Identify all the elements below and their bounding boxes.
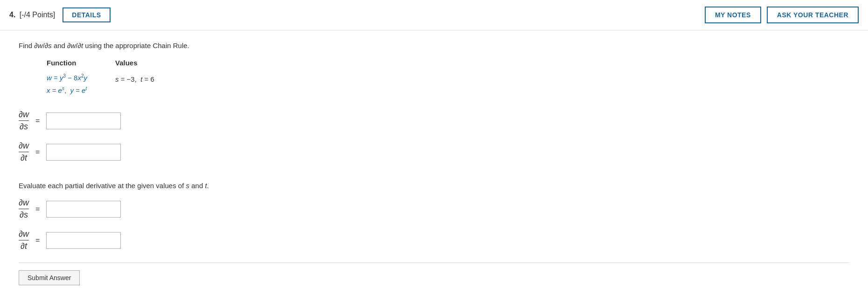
dw-ds-denominator: ∂s bbox=[20, 121, 28, 132]
points-label: [-/4 Points] bbox=[20, 11, 55, 19]
dw-dt-input[interactable] bbox=[46, 144, 121, 161]
dw-ds-row: ∂w ∂s = bbox=[19, 110, 849, 132]
values-header: Values bbox=[115, 59, 154, 67]
dw-ds-numerator: ∂w bbox=[19, 110, 29, 120]
dw-dt-numerator: ∂w bbox=[19, 141, 29, 152]
values-text: s = −3, t = 6 bbox=[115, 71, 154, 87]
equals-1: = bbox=[35, 117, 40, 125]
function-header: Function bbox=[47, 59, 87, 67]
question-number: 4. [-/4 Points] bbox=[9, 11, 55, 19]
function-column: Function w = y3 − 8x2y x = es, y = et bbox=[47, 59, 87, 97]
equals-4: = bbox=[35, 236, 40, 245]
instruction-text: Find ∂w/∂s and ∂w/∂t using the appropria… bbox=[19, 42, 849, 49]
my-notes-button[interactable]: MY NOTES bbox=[705, 7, 761, 23]
dw-dt-eval-fraction: ∂w ∂t bbox=[19, 229, 29, 251]
dw-ds-eval-fraction: ∂w ∂s bbox=[19, 198, 29, 220]
dw-dt-eval-denominator: ∂t bbox=[21, 240, 27, 251]
dw-ds-input[interactable] bbox=[46, 113, 121, 129]
dw-dt-eval-input[interactable] bbox=[46, 232, 121, 249]
details-button[interactable]: DETAILS bbox=[62, 7, 110, 22]
equals-2: = bbox=[35, 148, 40, 156]
dw-ds-eval-row: ∂w ∂s = bbox=[19, 198, 849, 220]
header-left: 4. [-/4 Points] DETAILS bbox=[9, 7, 111, 22]
dw-ds-eval-denominator: ∂s bbox=[20, 209, 28, 220]
values-column: Values s = −3, t = 6 bbox=[115, 59, 154, 97]
function-text: w = y3 − 8x2y x = es, y = et bbox=[47, 71, 87, 97]
dw-dt-row: ∂w ∂t = bbox=[19, 141, 849, 163]
dw-ds-fraction: ∂w ∂s bbox=[19, 110, 29, 132]
table-section: Function w = y3 − 8x2y x = es, y = et Va… bbox=[47, 59, 849, 97]
header: 4. [-/4 Points] DETAILS MY NOTES ASK YOU… bbox=[0, 0, 868, 30]
dw-dt-fraction: ∂w ∂t bbox=[19, 141, 29, 163]
dw-dt-eval-numerator: ∂w bbox=[19, 229, 29, 240]
dw-ds-eval-input[interactable] bbox=[46, 201, 121, 218]
question-num-text: 4. bbox=[9, 11, 15, 19]
submit-section: Submit Answer bbox=[19, 262, 849, 285]
dw-ds-eval-numerator: ∂w bbox=[19, 198, 29, 209]
header-right: MY NOTES ASK YOUR TEACHER bbox=[705, 7, 859, 23]
evaluate-text: Evaluate each partial derivative at the … bbox=[19, 182, 849, 190]
submit-button[interactable]: Submit Answer bbox=[19, 270, 80, 285]
dw-dt-denominator: ∂t bbox=[21, 152, 27, 163]
dw-dt-eval-row: ∂w ∂t = bbox=[19, 229, 849, 251]
equals-3: = bbox=[35, 205, 40, 213]
main-content: Find ∂w/∂s and ∂w/∂t using the appropria… bbox=[0, 30, 868, 299]
partial-wt-inline: ∂w/∂t bbox=[67, 42, 83, 49]
partial-ws-inline: ∂w/∂s bbox=[34, 42, 51, 49]
ask-teacher-button[interactable]: ASK YOUR TEACHER bbox=[767, 7, 859, 23]
